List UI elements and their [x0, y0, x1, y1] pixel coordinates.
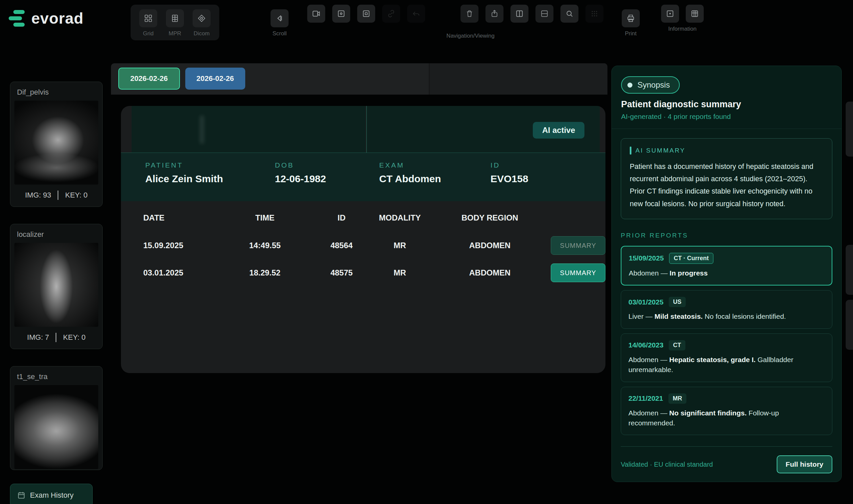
information-label: Information: [668, 26, 696, 32]
divider: [621, 446, 832, 447]
series-img-count: IMG: 93: [25, 191, 51, 200]
modality-badge: CT · Current: [669, 253, 713, 264]
patient-header-left: [131, 106, 366, 152]
scroll-tool-button[interactable]: Scroll: [270, 9, 288, 37]
series-thumbnail-image[interactable]: [14, 101, 98, 184]
grid-icon: [139, 9, 157, 27]
exam-id: 48575: [331, 268, 353, 277]
print-tool-group: Print: [622, 5, 640, 40]
study-date-tab-active[interactable]: 2026-02-26: [118, 68, 180, 90]
undo-arrow-icon[interactable]: [407, 5, 425, 23]
dicom-tool-button[interactable]: Dicom: [193, 9, 211, 37]
column-header-modality: MODALITY: [379, 213, 421, 222]
patient-id-field: ID EVO158: [491, 161, 528, 184]
column-header-body-region: BODY REGION: [461, 213, 518, 222]
clipped-side-button[interactable]: [846, 102, 853, 157]
column-header-time: TIME: [255, 213, 274, 222]
field-value: Alice Zein Smith: [145, 173, 223, 184]
prior-reports-label: PRIOR REPORTS: [621, 232, 832, 239]
layout-tool-group: Grid MPR Dicom: [130, 5, 219, 40]
print-label: Print: [625, 30, 637, 37]
report-finding: Abdomen — Hepatic steatosis, grade I. Ga…: [628, 355, 825, 375]
table-icon[interactable]: [686, 5, 704, 23]
scroll-icon: [270, 9, 288, 27]
clipped-side-button[interactable]: [846, 300, 853, 350]
exam-time: 18.29.52: [249, 268, 280, 277]
series-thumbnail-image[interactable]: [14, 385, 98, 469]
exam-table-header: DATE TIME ID MODALITY BODY REGION: [143, 213, 605, 222]
link-icon[interactable]: [382, 5, 400, 23]
synopsis-subtitle: AI-generated · 4 prior reports found: [621, 113, 832, 121]
series-img-count: IMG: 7: [27, 333, 49, 342]
ai-summary-card: AI SUMMARY Patient has a documented hist…: [621, 138, 832, 219]
report-card-current[interactable]: 15/09/2025 CT · Current Abdomen — In pro…: [621, 246, 832, 286]
series-name: t1_se_tra: [17, 373, 98, 381]
export-icon[interactable]: [485, 5, 503, 23]
exam-date: 15.09.2025: [143, 241, 183, 250]
modality-badge: CT: [669, 340, 686, 350]
report-finding: Abdomen — In progress: [629, 268, 824, 278]
validation-note: Validated · EU clinical standard: [621, 461, 713, 468]
navigation-viewing-label: Navigation/Viewing: [417, 33, 524, 39]
report-date: 14/06/2023: [628, 341, 663, 349]
mpr-icon: [166, 9, 184, 27]
dicom-tool-label: Dicom: [194, 30, 210, 37]
report-card[interactable]: 22/11/2021 MR Abdomen — No significant f…: [621, 387, 832, 435]
study-date-tab[interactable]: 2026-02-26: [185, 68, 246, 90]
modality-badge: US: [669, 297, 686, 307]
exam-table-row[interactable]: 03.01.2025 18.29.52 48575 MR ABDOMEN SUM…: [143, 263, 605, 283]
prior-reports-list: 15/09/2025 CT · Current Abdomen — In pro…: [621, 246, 832, 435]
exam-body-region: ABDOMEN: [469, 241, 511, 250]
series-thumbnail-image[interactable]: [14, 243, 98, 327]
series-card-t1-se-tra[interactable]: t1_se_tra: [10, 366, 103, 470]
full-history-button[interactable]: Full history: [777, 455, 832, 473]
exam-time: 14:49.55: [249, 241, 281, 250]
grid-tool-button[interactable]: Grid: [139, 9, 157, 37]
report-card[interactable]: 03/01/2025 US Liver — Mild steatosis. No…: [621, 290, 832, 328]
scroll-tool-group: Scroll: [262, 5, 297, 40]
series-key-count: KEY: 0: [65, 191, 87, 200]
brand-name: evorad: [31, 9, 84, 27]
split-columns-icon[interactable]: [511, 5, 529, 23]
print-button[interactable]: Print: [622, 9, 640, 37]
series-card-localizer[interactable]: localizer IMG: 7 KEY: 0: [10, 224, 103, 349]
frame-box-icon[interactable]: [357, 5, 375, 23]
top-toolbar: evorad Grid MPR Dicom: [0, 0, 853, 45]
exam-date: 03.01.2025: [143, 268, 183, 277]
synopsis-panel: Synopsis Patient diagnostic summary AI-g…: [611, 66, 842, 482]
modality-badge: MR: [669, 393, 687, 404]
exam-id: 48564: [331, 241, 353, 250]
separator: [56, 333, 56, 342]
exam-history-button[interactable]: Exam History: [10, 484, 93, 504]
report-date: 22/11/2021: [628, 394, 663, 402]
patient-header-right: AI active: [366, 106, 600, 152]
report-date: 15/09/2025: [629, 254, 664, 262]
frame-dot-icon[interactable]: [332, 5, 350, 23]
information-group: Information: [661, 5, 704, 32]
report-finding: Liver — Mild steatosis. No focal lesions…: [628, 311, 825, 322]
navigation-viewing-group: Navigation/Viewing: [307, 5, 620, 42]
field-label: EXAM: [379, 161, 441, 169]
mpr-tool-label: MPR: [168, 30, 181, 37]
separator: [58, 191, 58, 200]
trash-icon[interactable]: [461, 5, 479, 23]
apps-grid-icon[interactable]: [585, 5, 603, 23]
clipped-side-button[interactable]: [846, 245, 853, 295]
summary-button[interactable]: SUMMARY: [551, 264, 605, 282]
report-card[interactable]: 14/06/2023 CT Abdomen — Hepatic steatosi…: [621, 334, 832, 382]
magnify-icon[interactable]: [561, 5, 579, 23]
evorad-logo-icon: [9, 10, 26, 26]
mpr-tool-button[interactable]: MPR: [166, 9, 184, 37]
series-card-dif-pelvis[interactable]: Dif_pelvis IMG: 93 KEY: 0: [10, 82, 103, 207]
summary-button[interactable]: SUMMARY: [551, 236, 605, 255]
patient-exam-field: EXAM CT Abdomen: [379, 161, 441, 184]
field-label: DOB: [275, 161, 326, 169]
report-date: 03/01/2025: [628, 298, 663, 306]
cine-icon[interactable]: [307, 5, 325, 23]
field-value: EVO158: [491, 173, 528, 184]
panel-dot-icon[interactable]: [661, 5, 679, 23]
ai-active-badge: AI active: [533, 122, 584, 139]
synopsis-header: Synopsis Patient diagnostic summary AI-g…: [612, 66, 841, 129]
exam-table-row[interactable]: 15.09.2025 14:49.55 48564 MR ABDOMEN SUM…: [143, 235, 605, 256]
split-rows-icon[interactable]: [535, 5, 553, 23]
